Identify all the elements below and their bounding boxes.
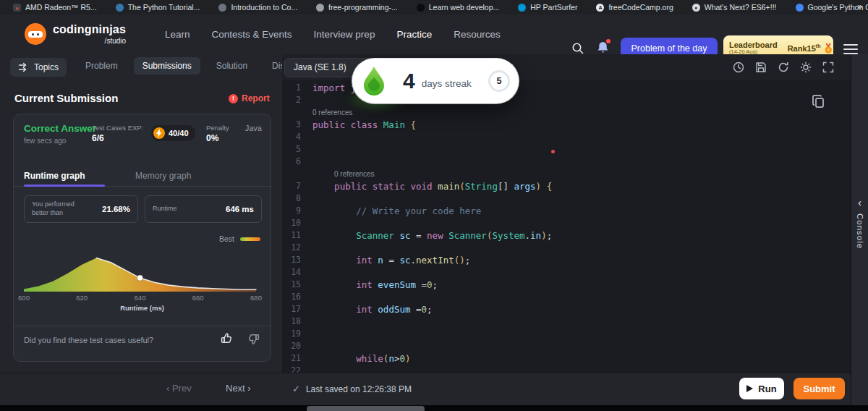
bookmark-item[interactable]: ▲AMD Radeon™ R5... [13,3,97,12]
chart-marker [137,275,143,281]
console-panel-collapsed[interactable]: ‹ Console [851,54,868,405]
line-number: 9 [282,205,301,217]
bookmark-label: freeCodeCamp.org [608,3,673,12]
topics-button[interactable]: Topics [10,58,67,77]
run-button[interactable]: Run [739,378,784,399]
test-cases-label: Test Cases EXP: [92,124,143,132]
bottom-scroll-handle[interactable] [307,406,425,411]
tab-submissions[interactable]: Submissions [134,57,200,75]
code-rows: 1import java.util.Scanner;20 references3… [282,82,851,373]
fcc-favicon: A [596,4,604,12]
next-button[interactable]: Next › [226,383,251,394]
bookmark-item[interactable]: Introduction to Co... [218,3,297,12]
code-row: 15 int evenSum =0; [282,279,851,291]
autosave-text: Last saved on 12:26:38 PM [306,384,412,394]
line-number: 1 [282,82,301,94]
chart-tick-label: 600 [18,294,30,302]
line-number: 4 [282,131,301,143]
site-header: codingninjas /studio Learn Contests & Ev… [0,14,868,54]
bookmark-item[interactable]: Learn web develop... [417,3,499,12]
code-row: 17 int oddSum =0; [282,303,851,315]
bottom-edge-strip [0,405,868,411]
bookmarks-list: ▲AMD Radeon™ R5...The Python Tutorial...… [13,3,868,12]
codelens-row: 0 references [282,168,851,180]
report-label: Report [242,93,270,103]
bookmark-item[interactable]: ●What's Next? ES6+!!! [692,3,777,12]
streak-popup: 4 days streak 5 [352,59,519,103]
active-tab-underline [24,185,105,187]
leaderboard-rank: Rank15th [788,43,821,53]
app-window: ▲AMD Radeon™ R5...The Python Tutorial...… [0,0,868,411]
tab-problem[interactable]: Problem [77,57,127,75]
code-line-text: public static void main(String[] args) { [312,180,552,192]
line-number [282,168,301,180]
tab-solution[interactable]: Solution [208,57,256,75]
nav-contests-events[interactable]: Contests & Events [212,29,292,40]
console-expand-chevron-icon[interactable]: ‹ [851,198,868,208]
code-line-text: int n = sc.nextInt(); [312,254,470,266]
line-number: 12 [282,242,301,254]
fullscreen-icon[interactable] [822,61,835,74]
bookmark-label: AMD Radeon™ R5... [25,3,97,12]
workspace-tabs: Problem Submissions Solution Discuss [77,57,311,75]
submission-card: Correct Answer few secs ago Test Cases E… [13,114,271,362]
code-row: 4 [282,131,851,143]
bookmark-label: The Python Tutorial... [128,3,200,12]
prev-button[interactable]: ‹ Prev [166,383,192,394]
hamburger-menu-icon[interactable] [843,44,858,54]
bookmark-label: HP PartSurfer [530,3,577,12]
history-icon[interactable] [732,61,745,74]
codelens-text[interactable]: 0 references [312,168,375,180]
bookmark-item[interactable]: The Python Tutorial... [116,3,200,12]
code-editor[interactable]: 1import java.util.Scanner;20 references3… [282,80,851,373]
runtime-stat-box: Runtime 646 ms [145,195,262,223]
streak-count: 4 [403,69,415,93]
report-button[interactable]: ! Report [229,93,270,103]
code-line-text: int evenSum =0; [312,279,438,291]
console-label: Console [856,213,864,249]
bookmarks-overflow-chevron-icon[interactable]: » [857,0,862,14]
code-line-text: Scanner sc = new Scanner(System.in); [312,229,552,242]
test-cases-value: 6/6 [92,133,104,143]
submission-time-ago: few secs ago [24,137,66,145]
thumbs-down-icon[interactable] [246,331,260,346]
line-number: 19 [282,328,301,340]
chart-ticks: 600620640660680 [24,294,262,302]
brand-name: codingninjas [53,23,126,35]
nav-resources[interactable]: Resources [454,29,501,40]
topics-arrows-icon [18,62,29,72]
code-row: 20 [282,340,851,352]
tab-runtime-graph[interactable]: Runtime graph [24,171,85,181]
main-nav: Learn Contests & Events Interview prep P… [165,14,501,54]
save-icon[interactable] [754,61,767,74]
line-number: 10 [282,217,301,229]
bookmark-item[interactable]: AfreeCodeCamp.org [596,3,673,12]
code-row: 9 // Write your code here [282,205,851,217]
copy-code-icon[interactable] [812,94,826,113]
codelens-text[interactable]: 0 references [312,106,353,119]
thumbs-up-icon[interactable] [220,331,234,346]
browser-bookmarks-bar: ▲AMD Radeon™ R5...The Python Tutorial...… [0,0,868,14]
bookmark-item[interactable]: free-programming-... [316,3,398,12]
chart-tick-label: 680 [250,294,262,302]
nav-interview-prep[interactable]: Interview prep [314,29,375,40]
generic-favicon [218,4,226,12]
submission-panel: Current Submission ! Report Correct Answ… [0,80,282,373]
line-number: 13 [282,254,301,266]
code-row: 3public class Main { [282,119,851,131]
line-number: 21 [282,352,301,365]
chart-legend-gradient [240,237,260,241]
bookmark-item[interactable]: HP PartSurfer [518,3,577,12]
submit-button[interactable]: Submit [793,378,845,399]
hp-favicon [518,4,526,12]
line-number: 7 [282,180,301,192]
codingninjas-logo[interactable]: codingninjas /studio [25,23,126,45]
nav-learn[interactable]: Learn [165,29,190,40]
generic-favicon [316,4,324,12]
editor-footer-bar: ‹ Prev Next › ✓ Last saved on 12:26:38 P… [0,373,851,405]
nav-practice[interactable]: Practice [396,29,432,40]
tab-memory-graph[interactable]: Memory graph [135,171,191,181]
reset-code-icon[interactable] [777,61,790,74]
code-row: 8 [282,192,851,205]
settings-gear-icon[interactable] [799,61,812,74]
